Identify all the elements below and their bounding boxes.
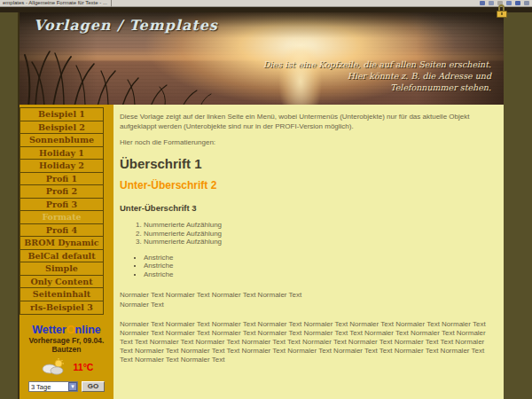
sidebar-item-beispiel-1[interactable]: Beispiel 1 — [20, 108, 103, 121]
intro-paragraph: Diese Vorlage zeigt auf der linken Seite… — [120, 112, 497, 131]
site-template: Vorlagen / Templates Dies ist eine Kopfz… — [18, 12, 504, 399]
numbered-list: Nummerierte Aufzählung Nummerierte Aufzä… — [133, 221, 497, 246]
sidebar-item-profi-1[interactable]: Profi 1 — [20, 173, 103, 186]
heading-2: Unter-Überschrift 2 — [120, 181, 497, 191]
bullet-list-item: Anstriche — [144, 270, 497, 279]
wetteronline-logo[interactable]: WetterOnline — [20, 325, 113, 336]
go-button[interactable]: GO — [82, 381, 105, 392]
bullet-list-item: Anstriche — [144, 254, 497, 262]
sidebar-item-brom-dynamic[interactable]: BROM Dynamic — [20, 237, 103, 250]
sidebar-item-profi-4[interactable]: Profi 4 — [20, 224, 103, 238]
sidebar-item-formate[interactable]: Formate — [20, 211, 103, 224]
bullet-list: Anstriche Anstriche Anstriche — [135, 254, 497, 279]
numbered-list-item: Nummerierte Aufzählung — [144, 238, 497, 246]
tagline-line: Telefonnummer stehen. — [263, 82, 491, 93]
normal-text-long: Normaler Text Normaler Text Normaler Tex… — [120, 320, 497, 364]
numbered-list-item: Nummerierte Aufzählung — [144, 221, 497, 230]
forecast-range-select[interactable]: 3 Tage ▼ — [28, 381, 78, 392]
logo-text: nline — [75, 324, 101, 336]
browser-tab-title: emplates - Allgemeine Formate für Texte … — [3, 0, 107, 6]
chevron-down-icon[interactable]: ▼ — [68, 382, 77, 391]
main-content: Diese Vorlage zeigt auf der linken Seite… — [113, 105, 504, 399]
sidebar-menu: Beispiel 1 Beispiel 2 Sonnenblume Holida… — [20, 107, 104, 315]
sun-o-icon: O — [66, 324, 75, 336]
lock-icon — [496, 4, 507, 19]
header-banner: Vorlagen / Templates Dies ist eine Kopfz… — [20, 12, 504, 105]
sidebar: Beispiel 1 Beispiel 2 Sonnenblume Holida… — [20, 105, 113, 399]
browser-tab[interactable]: emplates - Allgemeine Formate für Texte … — [3, 0, 112, 7]
forecast-date: Vorhersage Fr, 09.04. — [20, 336, 113, 345]
browser-taskbar: emplates - Allgemeine Formate für Texte … — [0, 0, 532, 7]
tray-icon[interactable] — [480, 1, 485, 5]
site-title: Vorlagen / Templates — [34, 17, 218, 34]
forecast-city: Bautzen — [20, 345, 113, 354]
partly-cloudy-icon — [40, 358, 66, 376]
sidebar-item-simple[interactable]: Simple — [20, 262, 103, 276]
sidebar-item-only-content[interactable]: Only Content — [20, 276, 103, 289]
numbered-list-item: Nummerierte Aufzählung — [144, 230, 497, 239]
tray-icon[interactable] — [489, 1, 494, 5]
forecast-range-value: 3 Tage — [31, 383, 51, 391]
beach-grass-graphic — [20, 44, 223, 105]
sidebar-item-profi-2[interactable]: Profi 2 — [20, 185, 103, 199]
sidebar-item-holiday-1[interactable]: Holiday 1 — [20, 147, 103, 160]
sidebar-item-sonnenblume[interactable]: Sonnenblume — [20, 134, 103, 147]
sidebar-item-profi-3[interactable]: Profi 3 — [20, 199, 103, 212]
heading-3: Unter-Überschrift 3 — [120, 203, 497, 213]
sidebar-item-belcal-default[interactable]: BelCal default — [20, 250, 103, 263]
normal-text-short: Normaler Text Normaler Text Normaler Tex… — [120, 290, 497, 309]
header-tagline: Dies ist eine Kopfzeile, die auf allen S… — [263, 59, 491, 93]
bullet-list-item: Anstriche — [144, 262, 497, 270]
formats-label: Hier noch die Formatierungen: — [120, 137, 497, 147]
tagline-line: Hier könnte z. B. die Adresse und — [263, 70, 491, 82]
sidebar-item-beispiel-2[interactable]: Beispiel 2 — [20, 121, 103, 135]
tagline-line: Dies ist eine Kopfzeile, die auf allen S… — [263, 59, 491, 70]
tray-icon[interactable] — [524, 1, 529, 5]
lock-keyhole — [501, 12, 503, 15]
sidebar-item-holiday-2[interactable]: Holiday 2 — [20, 160, 103, 173]
logo-text: Wetter — [32, 324, 66, 336]
heading-1: Überschrift 1 — [120, 159, 497, 168]
sidebar-item-seiteninhalt[interactable]: Seiteninhalt — [20, 288, 103, 301]
tray-icon[interactable] — [515, 1, 520, 5]
weather-widget: WetterOnline Vorhersage Fr, 09.04. Bautz… — [20, 325, 113, 392]
temperature-value: 11°C — [74, 362, 94, 372]
sidebar-item-rls-beispiel-3[interactable]: rls-Beispiel 3 — [20, 301, 103, 315]
lock-shackle — [498, 4, 505, 11]
